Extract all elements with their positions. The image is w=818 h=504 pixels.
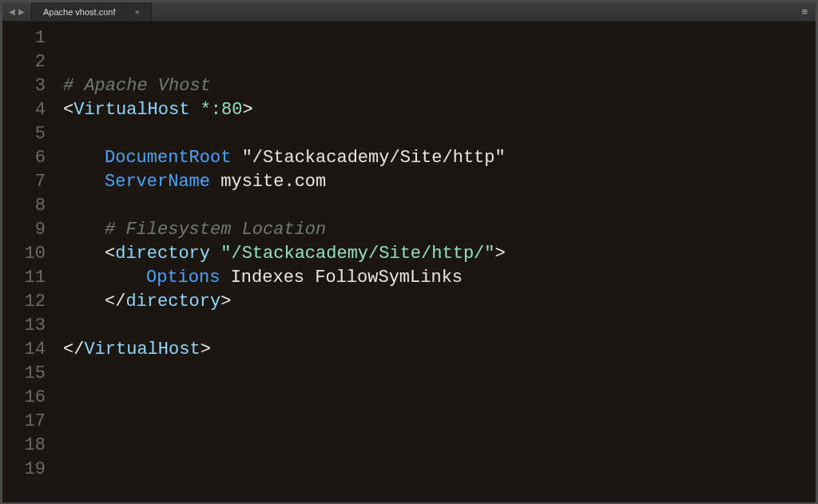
code-tag-arg: "/Stackacademy/Site/http/" [220, 244, 494, 264]
nav-forward-icon[interactable]: ▶ [18, 7, 25, 16]
code-line [63, 26, 816, 50]
code-value: mysite.com [220, 172, 326, 192]
code-line [63, 410, 816, 434]
line-number: 15 [2, 362, 46, 386]
code-line: </VirtualHost> [63, 338, 816, 362]
code-line: # Apache Vhost [63, 74, 816, 98]
nav-back-icon[interactable]: ◀ [9, 7, 15, 16]
code-comment: # Apache Vhost [63, 76, 211, 96]
code-line [63, 386, 816, 410]
line-number: 17 [2, 410, 46, 434]
line-number: 9 [2, 218, 46, 242]
code-line [63, 194, 816, 218]
nav-arrows: ◀ ▶ [2, 2, 31, 21]
code-editor[interactable]: # Apache Vhost<VirtualHost *:80> Documen… [54, 22, 816, 502]
line-number: 7 [2, 170, 46, 194]
line-number: 14 [2, 338, 46, 362]
code-line [63, 434, 816, 458]
code-tag: directory [125, 292, 220, 312]
code-directive: DocumentRoot [105, 148, 231, 168]
code-line [63, 122, 816, 146]
code-directive: Options [146, 268, 220, 288]
code-line: Options Indexes FollowSymLinks [63, 266, 816, 290]
line-number: 18 [2, 434, 46, 458]
line-number: 19 [2, 458, 46, 482]
line-number: 10 [2, 242, 46, 266]
code-line: <VirtualHost *:80> [63, 98, 816, 122]
code-line: <directory "/Stackacademy/Site/http/"> [63, 242, 816, 266]
line-number: 16 [2, 386, 46, 410]
close-icon[interactable]: × [135, 7, 140, 17]
line-number: 1 [2, 26, 46, 50]
file-tab[interactable]: Apache vhost.conf × [31, 2, 152, 21]
code-line [63, 362, 816, 386]
code-line: </directory> [63, 290, 816, 314]
code-directive: ServerName [105, 172, 210, 192]
code-line [63, 50, 816, 74]
code-line: ServerName mysite.com [63, 170, 816, 194]
menu-button-icon[interactable]: ≡ [793, 2, 816, 21]
file-tab-label: Apache vhost.conf [43, 7, 116, 17]
code-comment: # Filesystem Location [105, 220, 326, 240]
code-line [63, 314, 816, 338]
line-number: 2 [2, 50, 46, 74]
line-number: 5 [2, 122, 46, 146]
line-number: 6 [2, 146, 46, 170]
code-tag-arg: *:80 [201, 100, 243, 120]
line-number: 8 [2, 194, 46, 218]
code-tag: VirtualHost [84, 339, 200, 359]
tab-bar: ◀ ▶ Apache vhost.conf × ≡ [2, 2, 816, 22]
line-number: 13 [2, 314, 46, 338]
line-number: 12 [2, 290, 46, 314]
code-line [63, 458, 816, 482]
editor-window: ◀ ▶ Apache vhost.conf × ≡ 12345678910111… [0, 0, 818, 504]
line-number: 3 [2, 74, 46, 98]
code-value: Indexes FollowSymLinks [231, 268, 463, 288]
code-tag: VirtualHost [73, 100, 189, 120]
code-area: 12345678910111213141516171819 # Apache V… [2, 22, 816, 502]
tab-bar-spacer [152, 2, 793, 21]
line-number-gutter: 12345678910111213141516171819 [2, 22, 54, 502]
code-value: "/Stackacademy/Site/http" [242, 148, 506, 168]
code-line: DocumentRoot "/Stackacademy/Site/http" [63, 146, 816, 170]
line-number: 4 [2, 98, 46, 122]
line-number: 11 [2, 266, 46, 290]
code-line: # Filesystem Location [63, 218, 816, 242]
code-tag: directory [115, 244, 210, 264]
